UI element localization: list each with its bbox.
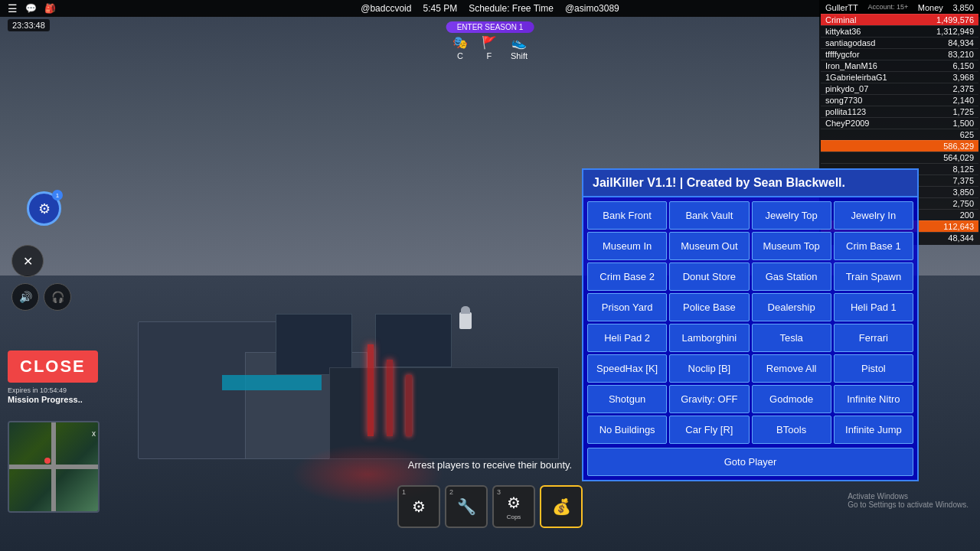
headphone-icon[interactable]: 🎧: [44, 283, 71, 311]
gui-button-godmode[interactable]: Godmode: [752, 385, 831, 413]
lb-row-score: 3,968: [928, 73, 974, 82]
gui-button-museum-out[interactable]: Museum Out: [669, 232, 749, 260]
avatar-circle: ⚙ 1: [27, 191, 61, 226]
red-light-3: [406, 375, 412, 436]
gui-button-heli-pad-2[interactable]: Heli Pad 2: [587, 324, 667, 352]
toolbar-icon-4: 💰: [552, 497, 571, 516]
gui-button-no-buildings[interactable]: No Buildings: [587, 416, 667, 444]
toolbar-icon-1: ⚙: [412, 497, 426, 516]
gui-button-crim-base-1[interactable]: Crim Base 1: [834, 232, 913, 260]
lb-username: GullerTT: [825, 3, 858, 12]
lb-row-name: CheyP2009: [825, 119, 928, 128]
gui-button-bank-front[interactable]: Bank Front: [587, 201, 667, 230]
lb-row-name: [825, 153, 928, 162]
chat-icon[interactable]: 💬: [25, 3, 37, 14]
player-avatar: ⚙ 1: [27, 191, 61, 226]
leaderboard-row: 1GabrieleirbaG13,968: [821, 71, 978, 83]
gui-button-gravity-off[interactable]: Gravity: OFF: [669, 385, 749, 413]
lb-row-score: 2,375: [928, 84, 974, 93]
enter-season-badge[interactable]: ENTER SEASON 1: [446, 21, 534, 33]
lb-row-score: 1,499,576: [928, 15, 974, 24]
lb-row-score: 84,934: [928, 38, 974, 47]
gui-button-bank-vault[interactable]: Bank Vault: [669, 201, 749, 230]
gui-button-museum-in[interactable]: Museum In: [587, 232, 667, 260]
gui-button-ferrari[interactable]: Ferrari: [834, 324, 913, 352]
gui-button-prison-yard[interactable]: Prison Yard: [587, 293, 667, 321]
toolbar-bottom: 1 ⚙ 2 🔧 3 ⚙ Cops 💰: [397, 485, 583, 528]
minimap-road-v: [51, 422, 56, 511]
lb-row-score: 1,500: [928, 119, 974, 128]
lb-account: Account: 15+: [867, 3, 908, 12]
leaderboard-row: kittykat361,312,949: [821, 25, 978, 37]
gui-title: JailKiller V1.1! | Created by Sean Black…: [583, 170, 917, 197]
lb-row-score: 625: [928, 130, 974, 139]
leaderboard-header: GullerTT Account: 15+ Money 3,850: [821, 2, 978, 14]
minimap: [8, 421, 100, 513]
lb-row-score: 586,329: [928, 142, 974, 151]
lb-row-name: pinkydo_07: [825, 84, 928, 93]
gui-button-police-base[interactable]: Police Base: [669, 293, 749, 321]
menu-icon[interactable]: ☰: [8, 2, 18, 15]
gui-button-jewelry-in[interactable]: Jewelry In: [834, 201, 913, 230]
close-button[interactable]: CLOSE: [8, 350, 98, 383]
gui-button-shotgun[interactable]: Shotgun: [587, 385, 667, 413]
gui-button-car-fly-r[interactable]: Car Fly [R]: [669, 416, 749, 444]
topbar-center: @badccvoid 5:45 PM Schedule: Free Time @…: [361, 3, 619, 14]
gui-button-tesla[interactable]: Tesla: [752, 324, 831, 352]
action-c[interactable]: 🎭 C: [452, 35, 468, 60]
mission-expires-text: Expires in 10:54:49: [8, 386, 67, 394]
bag-icon[interactable]: 🎒: [44, 3, 56, 14]
lb-row-score: 564,029: [928, 153, 974, 162]
gui-button-train-spawn[interactable]: Train Spawn: [834, 262, 913, 291]
lb-row-score: 200: [928, 210, 974, 220]
activate-windows-line2: Go to Settings to activate Windows.: [848, 500, 969, 509]
red-light-2: [387, 360, 393, 436]
lb-row-name: pollita1123: [825, 107, 928, 116]
minimap-close-btn[interactable]: x: [92, 429, 96, 438]
lb-row-name: song7730: [825, 96, 928, 105]
player-character: [459, 312, 472, 329]
gui-button-heli-pad-1[interactable]: Heli Pad 1: [834, 293, 913, 321]
minimap-background: [9, 422, 98, 511]
action-f[interactable]: 🚩 F: [482, 35, 497, 60]
schedule-text: Schedule: Free Time: [469, 3, 554, 14]
mission-progress-text: Mission Progress..: [8, 395, 83, 404]
activate-windows-line1: Activate Windows: [848, 492, 969, 500]
toolbar-item-1[interactable]: 1 ⚙: [397, 485, 440, 528]
game-timer: 23:33:48: [8, 19, 50, 31]
lb-row-score: 7,375: [928, 176, 974, 185]
gui-button-noclip-b[interactable]: Noclip [B]: [669, 354, 749, 383]
gui-button-museum-top[interactable]: Museum Top: [752, 232, 831, 260]
toolbar-item-2[interactable]: 2 🔧: [445, 485, 488, 528]
lb-row-score: 2,750: [928, 199, 974, 208]
gui-button-jewelry-top[interactable]: Jewelry Top: [752, 201, 831, 230]
crosshair-icon[interactable]: ✕: [11, 245, 44, 277]
gui-button-remove-all[interactable]: Remove All: [752, 354, 831, 383]
sound-icon[interactable]: 🔊: [11, 283, 39, 311]
gui-button-btools[interactable]: BTools: [752, 416, 831, 444]
gui-button-infinite-nitro[interactable]: Infinite Nitro: [834, 385, 913, 413]
leaderboard-row: 586,329: [821, 140, 978, 152]
lb-row-score: 48,344: [928, 233, 974, 243]
red-light-1: [368, 344, 374, 436]
gui-button-pistol[interactable]: Pistol: [834, 354, 913, 383]
gui-button-speedhax-k[interactable]: SpeedHax [K]: [587, 354, 667, 383]
right-username: @asimo3089: [565, 3, 619, 14]
gui-button-lamborghini[interactable]: Lamborghini: [669, 324, 749, 352]
leaderboard-row: Criminal1,499,576: [821, 14, 978, 25]
gui-button-gas-station[interactable]: Gas Station: [752, 262, 831, 291]
goto-player-button[interactable]: Goto Player: [587, 448, 913, 476]
avatar-badge: 1: [52, 190, 63, 201]
toolbar-item-4[interactable]: 💰: [540, 485, 583, 528]
gui-button-donut-store[interactable]: Donut Store: [669, 262, 749, 291]
gui-button-dealership[interactable]: Dealership: [752, 293, 831, 321]
toolbar-item-3[interactable]: 3 ⚙ Cops: [492, 485, 535, 528]
action-shift[interactable]: 👟 Shift: [511, 35, 528, 60]
gui-button-crim-base-2[interactable]: Crim Base 2: [587, 262, 667, 291]
toolbar-icon-2: 🔧: [457, 497, 476, 516]
gui-button-infinite-jump[interactable]: Infinite Jump: [834, 416, 913, 444]
leaderboard-row: santiagodasd84,934: [821, 37, 978, 48]
toolbar-label-3: Cops: [507, 514, 521, 520]
lb-money-label: Money: [918, 3, 943, 12]
lb-row-score: 83,210: [928, 50, 974, 59]
